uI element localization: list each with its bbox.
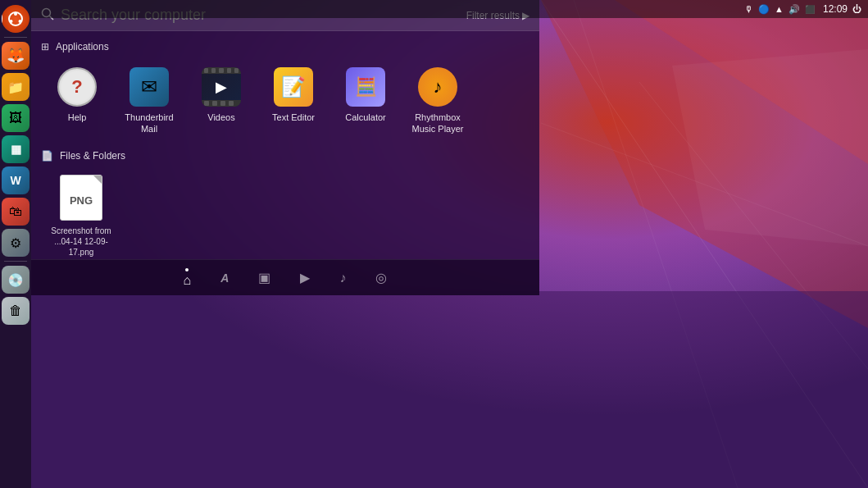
app-label-videos: Videos — [207, 112, 234, 123]
apps-filter-icon: A — [220, 271, 229, 285]
dash-overlay: Filter results ▶ ⊞ Applications ? Help — [31, 0, 539, 295]
power-indicator[interactable]: ⏻ — [852, 4, 861, 14]
svg-marker-2 — [615, 0, 868, 164]
launcher-item-spreadsheet[interactable]: ▦ — [2, 135, 30, 163]
files-filter-icon: ▣ — [258, 270, 270, 285]
app-item-texteditor[interactable]: 📝 Text Editor — [261, 61, 326, 140]
app-icon-calculator: 🧮 — [344, 66, 387, 108]
app-icon-thunderbird: ✉ — [128, 66, 170, 108]
svg-point-11 — [19, 20, 22, 23]
filter-btn-apps[interactable]: A — [214, 268, 235, 288]
svg-line-3 — [541, 0, 868, 488]
svg-point-10 — [14, 12, 17, 16]
file-label-screenshot: Screenshot from...04-14 12-09-17.png — [48, 226, 115, 258]
volume-indicator[interactable]: 🔊 — [788, 4, 800, 15]
launcher-divider-2 — [4, 261, 27, 262]
launcher-item-photos[interactable]: 🖼 — [2, 104, 30, 132]
search-content: ⊞ Applications ? Help ✉ Th — [31, 31, 539, 259]
mic-indicator[interactable]: 🎙 — [744, 4, 753, 14]
svg-point-12 — [10, 20, 13, 23]
music-filter-icon: ♪ — [339, 271, 346, 285]
files-label: Files & Folders — [60, 150, 125, 162]
svg-line-5 — [639, 82, 868, 369]
file-item-screenshot[interactable]: PNG Screenshot from...04-14 12-09-17.png — [44, 170, 118, 259]
launcher-divider — [4, 37, 27, 38]
app-item-calculator[interactable]: 🧮 Calculator — [333, 61, 398, 140]
filter-btn-music[interactable]: ♪ — [333, 267, 352, 289]
filter-btn-video[interactable]: ▶ — [293, 267, 316, 289]
app-icon-videos: ▶ — [200, 66, 243, 108]
app-item-help[interactable]: ? Help — [44, 61, 110, 140]
launcher-item-writer[interactable]: W — [2, 166, 30, 194]
applications-label: Applications — [56, 41, 109, 52]
time-display[interactable]: 12:09 — [823, 3, 848, 15]
app-label-calculator: Calculator — [345, 112, 386, 123]
files-section: 📄 Files & Folders PNG Screenshot from...… — [41, 150, 529, 259]
launcher-item-firefox[interactable]: 🦊 — [2, 42, 30, 70]
files-grid: PNG Screenshot from...04-14 12-09-17.png — [41, 170, 529, 259]
launcher-item-disk[interactable]: 💿 — [2, 266, 30, 294]
filter-active-dot — [185, 268, 189, 271]
svg-rect-8 — [0, 291, 868, 488]
app-icon-help: ? — [56, 66, 98, 108]
launcher-item-ubuntu[interactable] — [2, 5, 30, 33]
app-icon-rhythmbox: ♪ — [416, 66, 459, 108]
photos-filter-icon: ◎ — [375, 270, 387, 285]
filter-btn-photos[interactable]: ◎ — [369, 267, 393, 289]
svg-marker-1 — [541, 0, 868, 328]
panel-indicators: 🎙 🔵 ▲ 🔊 ⬛ 12:09 ⏻ — [744, 3, 861, 15]
filter-bar: ⌂ A ▣ ▶ ♪ ◎ — [31, 259, 539, 295]
launcher-item-files[interactable]: 📁 — [2, 73, 30, 101]
launcher-item-ubuntu-sw[interactable]: 🛍 — [2, 198, 30, 226]
top-panel: 🎙 🔵 ▲ 🔊 ⬛ 12:09 ⏻ — [31, 0, 868, 18]
app-icon-texteditor: 📝 — [272, 66, 315, 108]
video-filter-icon: ▶ — [300, 270, 310, 285]
app-item-rhythmbox[interactable]: ♪ Rhythmbox Music Player — [405, 61, 470, 140]
applications-section-header: ⊞ Applications — [41, 41, 529, 52]
app-label-texteditor: Text Editor — [272, 112, 315, 123]
launcher-item-trash[interactable]: 🗑 — [2, 297, 30, 325]
app-item-thunderbird[interactable]: ✉ Thunderbird Mail — [116, 61, 182, 140]
app-item-videos[interactable]: ▶ Videos — [189, 61, 254, 140]
launcher-item-settings[interactable]: ⚙ — [2, 229, 30, 257]
svg-marker-7 — [672, 49, 868, 246]
svg-line-4 — [574, 0, 738, 488]
app-label-thunderbird: Thunderbird Mail — [120, 112, 179, 135]
files-section-header: 📄 Files & Folders — [41, 150, 529, 162]
battery-indicator[interactable]: ⬛ — [805, 5, 815, 14]
home-icon: ⌂ — [184, 273, 192, 288]
file-icon-screenshot: PNG — [57, 173, 106, 222]
app-label-rhythmbox: Rhythmbox Music Player — [408, 112, 467, 135]
bluetooth-indicator[interactable]: 🔵 — [758, 4, 770, 15]
network-indicator[interactable]: ▲ — [775, 4, 784, 14]
app-label-help: Help — [68, 112, 87, 123]
filter-btn-home[interactable]: ⌂ — [177, 265, 198, 291]
apps-section-icon: ⊞ — [41, 41, 49, 52]
filter-btn-files[interactable]: ▣ — [252, 267, 277, 289]
files-section-icon: 📄 — [41, 150, 53, 162]
unity-launcher: 🦊 📁 🖼 ▦ W 🛍 ⚙ 💿 🗑 — [0, 0, 31, 488]
svg-line-6 — [541, 123, 868, 246]
app-grid: ? Help ✉ Thunderbird Mail — [41, 61, 529, 140]
